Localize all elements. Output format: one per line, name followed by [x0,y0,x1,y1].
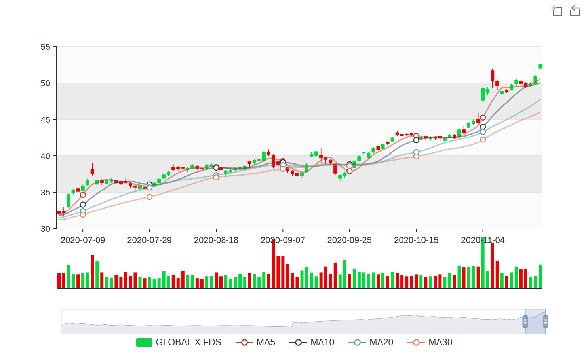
volume-bar[interactable] [177,278,180,288]
volume-bar[interactable] [348,274,351,288]
volume-bar[interactable] [253,274,256,288]
volume-bar[interactable] [62,273,65,288]
volume-bar[interactable] [143,278,147,288]
volume-bar[interactable] [448,273,451,288]
volume-bar[interactable] [162,271,166,288]
volume-bar[interactable] [339,274,342,288]
volume-bar[interactable] [272,239,275,288]
volume-bar[interactable] [505,276,508,288]
volume-bar[interactable] [462,267,466,288]
volume-bar[interactable] [334,263,337,288]
volume-bar[interactable] [167,276,170,288]
slider-handle-left[interactable] [523,316,528,328]
volume-bar[interactable] [262,272,265,288]
volume-bar[interactable] [95,261,99,288]
volume-bar[interactable] [358,272,361,288]
volume-bar[interactable] [100,272,103,288]
volume-bar[interactable] [67,265,70,288]
restore-icon[interactable] [569,5,581,17]
volume-bar[interactable] [377,274,380,288]
slider-handle-right[interactable] [543,316,548,328]
candle[interactable] [391,137,394,142]
data-zoom-icon[interactable] [551,5,563,17]
volume-bar[interactable] [196,278,199,288]
volume-bar[interactable] [491,243,494,288]
volume-bar[interactable] [467,267,470,288]
volume-bar[interactable] [524,269,527,288]
volume-bar[interactable] [391,272,394,288]
volume-bar[interactable] [372,272,375,288]
volume-bar[interactable] [86,272,89,288]
volume-bar[interactable] [519,269,523,288]
volume-bar[interactable] [500,273,504,288]
legend-item-ma20[interactable]: MA20 [348,337,393,348]
volume-bar[interactable] [243,277,246,288]
volume-bar[interactable] [405,276,408,288]
volume-bar[interactable] [215,272,218,288]
volume-bar[interactable] [224,275,227,288]
volume-bar[interactable] [205,276,208,288]
volume-bar[interactable] [281,256,284,288]
volume-bar[interactable] [119,277,122,288]
volume-bar[interactable] [105,277,108,288]
volume-bar[interactable] [110,278,113,288]
volume-bar[interactable] [301,270,304,288]
volume-bar[interactable] [229,279,232,288]
volume-bar[interactable] [57,273,61,288]
volume-bar[interactable] [472,266,475,288]
volume-bar[interactable] [81,273,84,288]
volume-bar[interactable] [310,273,313,288]
slider-window[interactable] [525,309,546,334]
volume-bar[interactable] [129,276,132,288]
volume-bar[interactable] [148,277,151,288]
volume-bar[interactable] [295,277,299,288]
volume-bar[interactable] [315,276,318,288]
volume-bar[interactable] [415,274,418,288]
volume-bar[interactable] [158,278,161,288]
volume-bar[interactable] [486,271,489,288]
volume-bar[interactable] [362,272,365,288]
volume-bar[interactable] [219,276,223,288]
candle[interactable] [467,122,470,128]
volume-bar[interactable] [438,274,441,288]
volume-bar[interactable] [72,274,75,288]
volume-bar[interactable] [248,273,251,288]
volume-bar[interactable] [124,272,127,288]
volume-bar[interactable] [320,272,323,288]
volume-bar[interactable] [443,277,446,288]
volume-bar[interactable] [381,273,384,288]
volume-bar[interactable] [424,277,427,288]
volume-bar[interactable] [529,277,532,288]
volume-bar[interactable] [367,274,370,288]
volume-bar[interactable] [353,269,356,288]
volume-bar[interactable] [257,277,261,288]
volume-bar[interactable] [510,272,513,288]
volume-bar[interactable] [410,276,413,288]
volume-bar[interactable] [172,275,175,288]
volume-bar[interactable] [200,279,204,288]
volume-bar[interactable] [238,274,242,288]
candle[interactable] [272,154,275,168]
legend-item-ma5[interactable]: MA5 [236,337,275,348]
legend-item-ma10[interactable]: MA10 [289,337,334,348]
volume-bar[interactable] [305,267,308,288]
volume-bar[interactable] [386,276,389,288]
volume-bar[interactable] [453,275,456,288]
volume-bar[interactable] [429,276,432,288]
volume-bar[interactable] [76,274,80,288]
volume-bar[interactable] [457,266,461,288]
volume-bar[interactable] [496,261,499,288]
volume-bar[interactable] [234,277,237,288]
candle[interactable] [377,146,380,150]
volume-bar[interactable] [139,277,142,288]
volume-bar[interactable] [396,273,399,288]
legend-item-ma30[interactable]: MA30 [407,337,452,348]
volume-bar[interactable] [343,260,346,288]
volume-bar[interactable] [291,273,294,288]
volume-bar[interactable] [324,267,327,288]
volume-bar[interactable] [191,275,194,288]
volume-bar[interactable] [267,274,270,288]
volume-bar[interactable] [515,267,518,288]
volume-bar[interactable] [186,275,189,288]
volume-bar[interactable] [210,276,213,288]
